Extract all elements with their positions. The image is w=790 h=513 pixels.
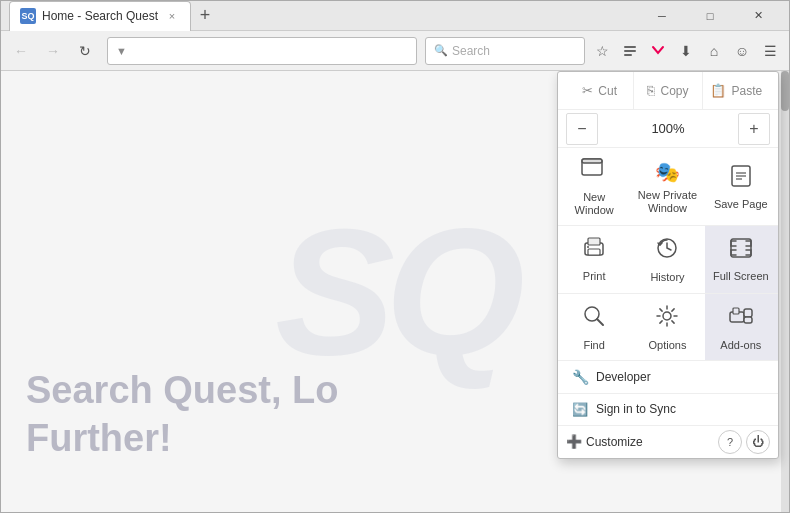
- svg-rect-20: [744, 317, 752, 323]
- pocket-button[interactable]: [645, 38, 671, 64]
- dropdown-menu: ✂ Cut ⎘ Copy 📋 Paste − 100% +: [557, 71, 779, 459]
- svg-rect-2: [624, 54, 632, 56]
- add-ons-button[interactable]: Add-ons: [705, 294, 778, 360]
- cut-label: Cut: [598, 84, 617, 98]
- add-ons-icon: [728, 304, 754, 334]
- help-button[interactable]: ?: [718, 430, 742, 454]
- svg-rect-19: [744, 309, 752, 317]
- bookmark-button[interactable]: ☆: [589, 38, 615, 64]
- options-button[interactable]: Options: [631, 294, 704, 360]
- developer-icon: 🔧: [572, 369, 588, 385]
- scrollbar-thumb[interactable]: [781, 71, 789, 111]
- tagline-line2: Further!: [26, 415, 339, 463]
- find-label: Find: [583, 339, 604, 352]
- new-tab-button[interactable]: +: [191, 2, 219, 30]
- copy-icon: ⎘: [647, 83, 655, 98]
- options-label: Options: [649, 339, 687, 352]
- svg-rect-21: [733, 308, 739, 314]
- print-button[interactable]: Print: [558, 226, 631, 292]
- history-label: History: [650, 271, 684, 284]
- power-button[interactable]: ⏻: [746, 430, 770, 454]
- menu-grid-row3: Find Options: [558, 294, 778, 361]
- print-icon: [582, 237, 606, 265]
- new-private-window-label: New PrivateWindow: [638, 189, 697, 215]
- full-screen-button[interactable]: Full Screen: [705, 226, 778, 292]
- menu-grid-row2: Print History: [558, 226, 778, 293]
- zoom-in-button[interactable]: +: [738, 113, 770, 145]
- paste-icon: 📋: [710, 83, 726, 98]
- window-controls: ─ □ ✕: [639, 1, 781, 31]
- svg-point-17: [663, 312, 671, 320]
- zoom-row: − 100% +: [558, 110, 778, 148]
- svg-rect-11: [588, 249, 600, 255]
- avatar-button[interactable]: ☺: [729, 38, 755, 64]
- svg-line-16: [597, 319, 603, 325]
- add-ons-label: Add-ons: [720, 339, 761, 352]
- content-wrapper: SQ Sq HOME Search Quest, Lo Further!: [1, 71, 789, 512]
- search-bar[interactable]: 🔍 Search: [425, 37, 585, 65]
- sync-icon: 🔄: [572, 402, 588, 417]
- tagline: Search Quest, Lo Further!: [26, 367, 339, 462]
- full-screen-icon: [729, 237, 753, 265]
- svg-rect-0: [624, 46, 636, 48]
- navbar: ← → ↻ ▼ 🔍 Search ☆ ⬇ ⌂ ☺ ☰: [1, 31, 789, 71]
- find-button[interactable]: Find: [558, 294, 631, 360]
- options-icon: [655, 304, 679, 334]
- save-page-label: Save Page: [714, 198, 768, 211]
- svg-rect-4: [582, 159, 602, 163]
- refresh-button[interactable]: ↻: [71, 37, 99, 65]
- customize-label[interactable]: Customize: [586, 435, 643, 449]
- new-window-icon: [581, 158, 607, 186]
- svg-rect-1: [624, 50, 636, 52]
- home-button[interactable]: ⌂: [701, 38, 727, 64]
- paste-button[interactable]: 📋 Paste: [703, 72, 770, 109]
- address-dropdown-icon: ▼: [116, 45, 127, 57]
- find-icon: [582, 304, 606, 334]
- back-button[interactable]: ←: [7, 37, 35, 65]
- developer-label: Developer: [596, 370, 651, 384]
- paste-label: Paste: [731, 84, 762, 98]
- save-page-icon: [730, 165, 752, 193]
- new-window-label: New Window: [563, 191, 625, 217]
- full-screen-label: Full Screen: [713, 270, 769, 283]
- history-button[interactable]: History: [631, 226, 704, 292]
- active-tab[interactable]: SQ Home - Search Quest ×: [9, 1, 191, 31]
- minimize-button[interactable]: ─: [639, 1, 685, 31]
- close-button[interactable]: ✕: [735, 1, 781, 31]
- download-button[interactable]: ⬇: [673, 38, 699, 64]
- menu-button[interactable]: ☰: [757, 38, 783, 64]
- address-bar[interactable]: ▼: [107, 37, 417, 65]
- zoom-value: 100%: [598, 121, 738, 136]
- zoom-out-button[interactable]: −: [566, 113, 598, 145]
- new-private-window-icon: 🎭: [655, 160, 680, 184]
- save-page-button[interactable]: Save Page: [705, 148, 778, 225]
- reading-list-button[interactable]: [617, 38, 643, 64]
- titlebar: SQ Home - Search Quest × + ─ □ ✕: [1, 1, 789, 31]
- developer-button[interactable]: 🔧 Developer: [558, 361, 778, 393]
- tagline-line1: Search Quest, Lo: [26, 367, 339, 415]
- menu-footer: ➕ Customize ? ⏻: [558, 425, 778, 458]
- new-window-button[interactable]: New Window: [558, 148, 631, 225]
- menu-grid-row1: New Window 🎭 New PrivateWindow: [558, 148, 778, 226]
- history-icon: [655, 236, 679, 266]
- edit-row: ✂ Cut ⎘ Copy 📋 Paste: [558, 72, 778, 110]
- forward-button[interactable]: →: [39, 37, 67, 65]
- sign-in-button[interactable]: 🔄 Sign in to Sync: [558, 394, 778, 425]
- maximize-button[interactable]: □: [687, 1, 733, 31]
- copy-button[interactable]: ⎘ Copy: [634, 72, 702, 109]
- search-placeholder: Search: [452, 44, 490, 58]
- copy-label: Copy: [660, 84, 688, 98]
- tab-favicon: SQ: [20, 8, 36, 24]
- customize-icon: ➕: [566, 434, 582, 449]
- new-private-window-button[interactable]: 🎭 New PrivateWindow: [631, 148, 704, 225]
- sign-in-label: Sign in to Sync: [596, 402, 676, 416]
- print-label: Print: [583, 270, 606, 283]
- browser-window: SQ Home - Search Quest × + ─ □ ✕ ← → ↻ ▼…: [0, 0, 790, 513]
- tab-title: Home - Search Quest: [42, 9, 158, 23]
- cut-button[interactable]: ✂ Cut: [566, 72, 634, 109]
- svg-point-12: [587, 246, 589, 248]
- toolbar-icons: ☆ ⬇ ⌂ ☺ ☰: [589, 38, 783, 64]
- svg-rect-10: [588, 238, 600, 245]
- tab-close-button[interactable]: ×: [164, 8, 180, 24]
- scrollbar[interactable]: [781, 71, 789, 512]
